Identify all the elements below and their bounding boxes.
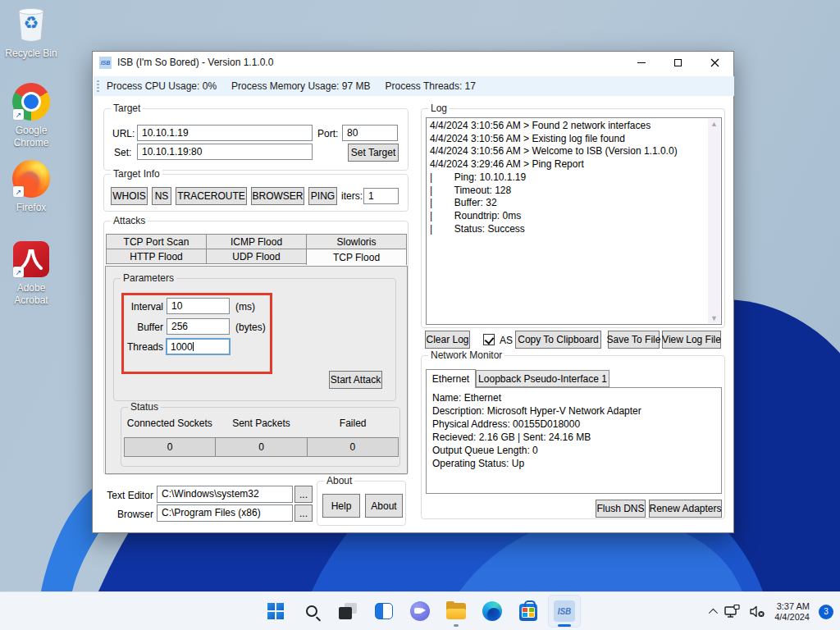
close-icon	[710, 58, 719, 67]
browser-button[interactable]: BROWSER	[251, 187, 304, 205]
desktop-icon-label: Google Chrome	[5, 125, 57, 149]
view-log-file-button[interactable]: View Log File	[662, 331, 721, 349]
scroll-down-icon[interactable]: ▼	[710, 313, 718, 323]
url-input[interactable]: 10.10.1.19	[137, 125, 313, 141]
save-to-file-button[interactable]: Save To File	[608, 331, 660, 349]
edge-button[interactable]	[476, 595, 509, 628]
acrobat-icon: ↗	[11, 240, 51, 279]
store-button[interactable]	[512, 595, 545, 628]
clock-time: 3:37 AM	[774, 601, 810, 612]
tab-loopback-pseudo-interface[interactable]: Loopback Pseudo-Interface 1	[476, 370, 609, 387]
set-input[interactable]: 10.10.1.19:80	[137, 144, 313, 160]
iters-input[interactable]: 1	[363, 188, 399, 204]
text-editor-browse-button[interactable]: ...	[294, 486, 313, 503]
connected-sockets-value: 0	[124, 437, 216, 457]
flush-dns-button[interactable]: Flush DNS	[596, 500, 646, 518]
network-details-panel: Name: Ethernet Description: Microsoft Hy…	[426, 387, 722, 494]
parameters-group: Parameters Interval 10 (ms) Buffer 256 (…	[113, 278, 396, 401]
tab-tcp-flood[interactable]: TCP Flood	[306, 249, 407, 265]
widgets-button[interactable]	[368, 595, 400, 628]
start-attack-button[interactable]: Start Attack	[329, 371, 382, 389]
whois-button[interactable]: WHOIS	[111, 187, 148, 205]
network-detail: Operating Status: Up	[432, 457, 715, 470]
maximize-button[interactable]	[660, 52, 696, 74]
desktop-icon-google-chrome[interactable]: ↗ Google Chrome	[0, 82, 62, 149]
file-explorer-button[interactable]	[440, 595, 472, 628]
desktop-icon-firefox[interactable]: ↗ Firefox	[0, 159, 62, 214]
close-button[interactable]	[696, 52, 733, 74]
task-view-button[interactable]	[331, 595, 364, 628]
browser-input[interactable]: C:\Program Files (x86)	[157, 504, 293, 522]
scroll-up-icon[interactable]: ▲	[710, 119, 718, 129]
start-button[interactable]	[259, 595, 292, 628]
tab-udp-flood[interactable]: UDP Flood	[206, 249, 307, 264]
attacks-tabstrip: TCP Port Scan ICMP Flood Slowloris HTTP …	[107, 235, 407, 265]
app-icon: ISB	[99, 57, 112, 69]
firefox-icon: ↗	[11, 159, 51, 199]
isb-app-window: ISB ISB (I'm So Bored) - Version 1.1.0.0…	[92, 51, 734, 533]
url-label: URL:	[112, 128, 135, 139]
attacks-group: Attacks TCP Port Scan ICMP Flood Slowlor…	[103, 221, 409, 475]
isb-taskbar-button[interactable]: ISB	[548, 595, 581, 628]
network-tray-icon[interactable]	[724, 605, 741, 619]
store-icon	[519, 604, 537, 621]
chrome-icon: ↗	[11, 82, 51, 121]
renew-adapters-button[interactable]: Renew Adapters	[649, 500, 722, 518]
network-detail: Output Queue Length: 0	[432, 444, 715, 457]
log-line: | Timeout: 128	[427, 185, 707, 198]
browser-label: Browser	[104, 509, 153, 520]
tab-slowloris[interactable]: Slowloris	[306, 234, 407, 249]
titlebar[interactable]: ISB ISB (I'm So Bored) - Version 1.1.0.0	[93, 52, 733, 74]
desktop-icon-label: Firefox	[16, 202, 47, 214]
traceroute-button[interactable]: TRACEROUTE	[176, 187, 247, 205]
help-button[interactable]: Help	[322, 494, 360, 518]
desktop-icon-adobe-acrobat[interactable]: ↗ Adobe Acrobat	[0, 240, 62, 307]
isb-app-icon: ISB	[554, 600, 575, 622]
volume-muted-tray-icon[interactable]	[750, 605, 765, 618]
log-line: 4/4/2024 3:10:56 AM > Welcome to ISB (Ve…	[427, 145, 707, 158]
clear-log-button[interactable]: Clear Log	[425, 331, 470, 349]
attacks-group-label: Attacks	[111, 215, 148, 226]
log-group-label: Log	[428, 103, 450, 114]
as-checkbox[interactable]	[483, 334, 495, 345]
tab-http-flood[interactable]: HTTP Flood	[106, 249, 207, 264]
clock[interactable]: 3:37 AM 4/4/2024	[774, 601, 810, 623]
network-monitor-group-label: Network Monitor	[428, 349, 504, 361]
text-caret	[193, 342, 194, 351]
log-list[interactable]: 4/4/2024 3:10:56 AM > Found 2 network in…	[426, 117, 722, 325]
tab-ethernet[interactable]: Ethernet	[426, 369, 476, 388]
tab-tcp-port-scan[interactable]: TCP Port Scan	[106, 234, 207, 249]
log-line: | Ping: 10.10.1.19	[427, 171, 707, 185]
buffer-unit-label: (bytes)	[235, 322, 266, 333]
notification-badge[interactable]: 3	[819, 605, 833, 619]
log-scrollbar[interactable]: ▲ ▼	[708, 119, 720, 323]
chat-button[interactable]	[404, 595, 436, 628]
network-detail: Recieved: 2.16 GB | Sent: 24.16 MB	[432, 431, 715, 444]
set-target-button[interactable]: Set Target	[348, 144, 399, 162]
text-editor-input[interactable]: C:\Windows\system32	[157, 486, 293, 503]
port-input[interactable]: 80	[342, 125, 398, 141]
interval-label: Interval	[122, 301, 163, 313]
minimize-button[interactable]	[623, 52, 660, 74]
target-group: Target URL: 10.10.1.19 Port: 80 Set: 10.…	[103, 108, 409, 171]
interval-input[interactable]: 10	[167, 298, 230, 314]
target-info-group-label: Target Info	[111, 168, 162, 180]
ns-button[interactable]: NS	[152, 187, 171, 205]
show-hidden-icons-chevron[interactable]	[709, 608, 718, 617]
search-button[interactable]	[295, 595, 328, 628]
about-button[interactable]: About	[365, 494, 403, 518]
taskbar: ISB 3:37 AM 4/4/2024 3	[0, 591, 840, 630]
port-label: Port:	[317, 128, 338, 139]
ping-button[interactable]: PING	[308, 187, 337, 205]
desktop-icon-recycle-bin[interactable]: ♻ Recycle Bin	[0, 5, 62, 60]
copy-to-clipboard-button[interactable]: Copy To Clipboard	[515, 331, 601, 349]
log-line: 4/4/2024 3:10:56 AM > Existing log file …	[427, 133, 707, 146]
log-line: | Buffer: 32	[427, 197, 707, 210]
threads-label: Process Threads: 17	[385, 80, 476, 92]
threads-input[interactable]: 1000	[166, 338, 231, 355]
iters-label: iters:	[341, 190, 363, 202]
status-group-label: Status	[128, 401, 161, 413]
browser-browse-button[interactable]: ...	[294, 504, 313, 522]
buffer-input[interactable]: 256	[167, 318, 230, 335]
tab-icmp-flood[interactable]: ICMP Flood	[206, 234, 307, 249]
